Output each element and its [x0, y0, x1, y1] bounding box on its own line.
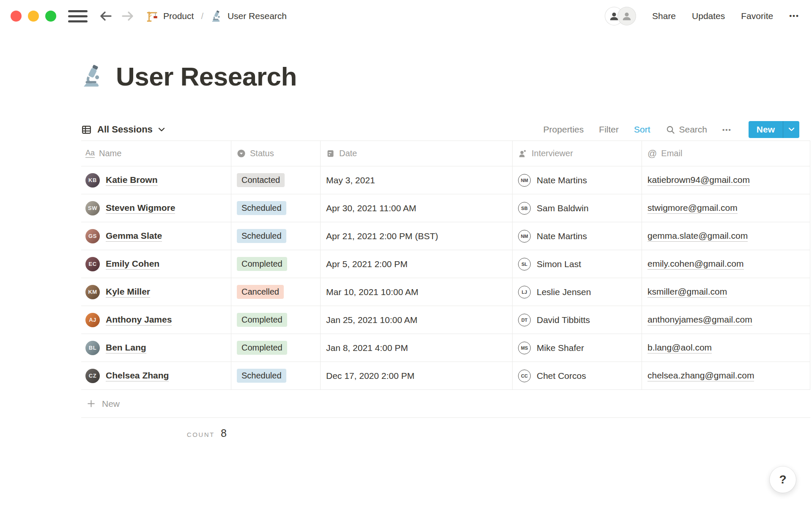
breadcrumb-label: Product: [163, 11, 194, 21]
avatar: EC: [85, 257, 100, 271]
database-table: Aa Name Status Date Interviewer: [81, 141, 810, 390]
column-header-name[interactable]: Aa Name: [81, 141, 231, 166]
email-cell[interactable]: anthonyjames@gmail.com: [642, 306, 810, 334]
person-property-icon: [518, 149, 527, 158]
email-text: stwigmore@gmail.com: [647, 203, 738, 214]
page-title[interactable]: User Research: [116, 61, 297, 91]
date-cell[interactable]: Jan 8, 2021 4:00 PM: [321, 334, 513, 362]
help-button[interactable]: ?: [770, 467, 796, 493]
email-cell[interactable]: katiebrown94@gmail.com: [642, 166, 810, 194]
share-button[interactable]: Share: [652, 11, 676, 21]
interviewer-cell[interactable]: SB Sam Baldwin: [513, 194, 642, 222]
interviewer-cell[interactable]: NM Nate Martins: [513, 166, 642, 194]
collaborator-avatars[interactable]: [605, 7, 636, 25]
interviewer-cell[interactable]: NM Nate Martins: [513, 222, 642, 250]
email-cell[interactable]: chelsea.zhang@gmail.com: [642, 362, 810, 390]
help-label: ?: [779, 473, 786, 486]
interviewer-cell[interactable]: DT David Tibbitts: [513, 306, 642, 334]
interviewer-cell[interactable]: SL Simon Last: [513, 250, 642, 278]
arrow-left-icon: [99, 10, 113, 22]
column-label: Email: [661, 149, 682, 158]
date-cell[interactable]: Dec 17, 2020 2:00 PM: [321, 362, 513, 390]
name-cell[interactable]: KM Kyle Miller: [81, 278, 231, 306]
date-cell[interactable]: May 3, 2021: [321, 166, 513, 194]
status-badge: Scheduled: [237, 201, 286, 215]
favorite-button[interactable]: Favorite: [741, 11, 773, 21]
breadcrumb-label: User Research: [228, 11, 287, 21]
column-header-date[interactable]: Date: [321, 141, 513, 166]
status-cell[interactable]: Contacted: [231, 166, 321, 194]
email-text: gemma.slate@gmail.com: [647, 231, 748, 242]
status-cell[interactable]: Scheduled: [231, 194, 321, 222]
new-record-button[interactable]: New: [749, 121, 799, 138]
email-cell[interactable]: emily.cohen@gmail.com: [642, 250, 810, 278]
name-cell[interactable]: KB Katie Brown: [81, 166, 231, 194]
column-label: Date: [339, 149, 357, 158]
status-cell[interactable]: Completed: [231, 306, 321, 334]
name-cell[interactable]: CZ Chelsea Zhang: [81, 362, 231, 390]
view-more-options-icon[interactable]: •••: [722, 126, 732, 133]
view-switcher[interactable]: All Sessions: [81, 124, 165, 135]
add-row-label: New: [102, 399, 120, 409]
email-property-icon: @: [647, 148, 657, 159]
date-cell[interactable]: Jan 25, 2021 10:00 AM: [321, 306, 513, 334]
plus-icon: [87, 399, 96, 408]
new-button-label[interactable]: New: [749, 121, 783, 138]
status-badge: Cancelled: [237, 285, 284, 299]
interviewer-cell[interactable]: CC Chet Corcos: [513, 362, 642, 390]
name-cell[interactable]: GS Gemma Slate: [81, 222, 231, 250]
status-cell[interactable]: Completed: [231, 334, 321, 362]
name-cell[interactable]: EC Emily Cohen: [81, 250, 231, 278]
new-button-dropdown[interactable]: [783, 121, 799, 138]
breadcrumb-item-user-research[interactable]: User Research: [211, 10, 287, 22]
status-cell[interactable]: Scheduled: [231, 222, 321, 250]
date-cell[interactable]: Mar 10, 2021 10:00 AM: [321, 278, 513, 306]
name-cell[interactable]: SW Steven Wigmore: [81, 194, 231, 222]
interviewer-name: Nate Martins: [537, 175, 587, 185]
status-cell[interactable]: Scheduled: [231, 362, 321, 390]
close-button[interactable]: [11, 11, 22, 22]
minimize-button[interactable]: [28, 11, 39, 22]
search-button[interactable]: Search: [666, 124, 708, 135]
email-text: chelsea.zhang@gmail.com: [647, 370, 754, 381]
column-header-interviewer[interactable]: Interviewer: [513, 141, 642, 166]
name-cell[interactable]: BL Ben Lang: [81, 334, 231, 362]
updates-button[interactable]: Updates: [692, 11, 725, 21]
email-cell[interactable]: gemma.slate@gmail.com: [642, 222, 810, 250]
email-cell[interactable]: b.lang@aol.com: [642, 334, 810, 362]
column-header-email[interactable]: @ Email: [642, 141, 810, 166]
sidebar-toggle-icon[interactable]: [68, 10, 88, 22]
column-header-status[interactable]: Status: [231, 141, 321, 166]
column-calculation[interactable]: COUNT 8: [81, 427, 227, 439]
interviewer-avatar: NM: [518, 230, 531, 243]
filter-button[interactable]: Filter: [599, 124, 619, 135]
interviewer-cell[interactable]: MS Mike Shafer: [513, 334, 642, 362]
status-badge: Contacted: [237, 173, 285, 187]
status-cell[interactable]: Cancelled: [231, 278, 321, 306]
date-text: May 3, 2021: [326, 175, 375, 185]
forward-button[interactable]: [121, 10, 135, 22]
status-badge: Completed: [237, 313, 287, 327]
add-row-button[interactable]: New: [81, 390, 810, 418]
date-cell[interactable]: Apr 21, 2021 2:00 PM (BST): [321, 222, 513, 250]
date-cell[interactable]: Apr 30, 2021 11:00 AM: [321, 194, 513, 222]
row-name: Emily Cohen: [106, 259, 159, 270]
more-options-icon[interactable]: •••: [789, 12, 799, 20]
email-text: katiebrown94@gmail.com: [647, 175, 750, 186]
date-text: Mar 10, 2021 10:00 AM: [326, 287, 418, 297]
status-cell[interactable]: Completed: [231, 250, 321, 278]
interviewer-cell[interactable]: LJ Leslie Jensen: [513, 278, 642, 306]
interviewer-avatar: DT: [518, 314, 531, 326]
status-badge: Scheduled: [237, 369, 286, 383]
breadcrumb-item-product[interactable]: Product: [146, 10, 194, 22]
email-cell[interactable]: stwigmore@gmail.com: [642, 194, 810, 222]
email-cell[interactable]: ksmiller@gmail.com: [642, 278, 810, 306]
zoom-button[interactable]: [45, 11, 56, 22]
interviewer-name: Mike Shafer: [537, 343, 584, 353]
sort-button[interactable]: Sort: [634, 124, 650, 135]
view-toolbar: All Sessions Properties Filter Sort Sear…: [81, 119, 799, 141]
back-button[interactable]: [99, 10, 113, 22]
name-cell[interactable]: AJ Anthony James: [81, 306, 231, 334]
date-cell[interactable]: Apr 5, 2021 2:00 PM: [321, 250, 513, 278]
properties-button[interactable]: Properties: [543, 124, 584, 135]
